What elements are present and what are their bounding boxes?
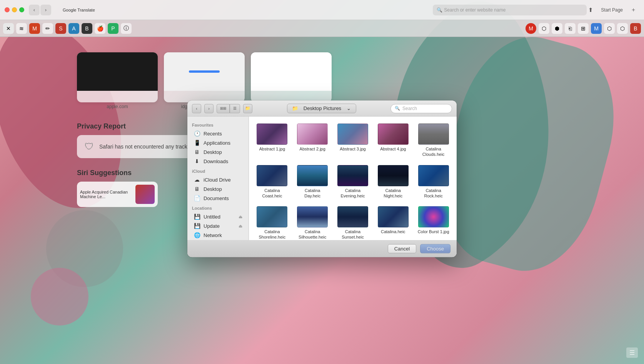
sidebar-label-desktop: Desktop	[204, 149, 222, 155]
sidebar-item-network[interactable]: 🌐 Network	[189, 230, 247, 240]
file-item-abstract4[interactable]: Abstract 4.jpg	[374, 121, 412, 160]
sidebar-item-applications[interactable]: 📱 Applications	[189, 138, 247, 147]
sidebar-item-icloud-desktop[interactable]: 🖥 Desktop	[189, 184, 247, 194]
update-disk-icon: 💾	[194, 223, 200, 229]
sidebar-label-untitled: Untitled	[204, 214, 220, 220]
file-item-abstract3[interactable]: Abstract 3.jpg	[334, 121, 372, 160]
file-name-catalina-coast: Catalina Coast.heic	[256, 188, 289, 199]
documents-icon: 📄	[194, 195, 200, 201]
sidebar-label-downloads: Downloads	[204, 159, 228, 164]
file-name-catalina-evening: Catalina Evening.heic	[337, 188, 369, 199]
file-thumbnail-catalina	[378, 207, 409, 228]
file-name-color-burst: Color Burst 1.jpg	[418, 229, 449, 235]
network-icon: 🌐	[194, 232, 200, 238]
desktop-icon: 🖥	[194, 149, 200, 155]
file-item-catalina-rock[interactable]: Catalina Rock.heic	[415, 163, 452, 201]
recents-icon: 🕐	[194, 130, 200, 137]
icloud-icon: ☁	[194, 177, 200, 183]
sidebar-section-favourites: Favourites	[187, 120, 249, 129]
file-thumbnail-color-burst	[418, 207, 449, 228]
dialog-forward-button[interactable]: ›	[204, 104, 214, 113]
file-name-catalina-night: Catalina Night.heic	[377, 188, 409, 199]
sidebar-section-locations: Locations	[187, 203, 249, 212]
file-item-catalina-shoreline[interactable]: Catalina Shoreline.heic	[254, 204, 291, 240]
file-name-catalina-day: Catalina Day.heic	[296, 188, 329, 199]
sidebar-label-icloud-desktop: Desktop	[204, 186, 222, 192]
file-name-catalina-shoreline: Catalina Shoreline.heic	[256, 229, 289, 240]
search-placeholder: Search	[402, 106, 417, 111]
dialog-back-button[interactable]: ‹	[192, 104, 201, 113]
file-item-catalina-night[interactable]: Catalina Night.heic	[374, 163, 412, 201]
sidebar-section-icloud: iCloud	[187, 166, 249, 175]
file-dialog: ‹ › ⊞⊞ ☰ 📁 📁 Desktop Pictures ⌄ 🔍 Search	[187, 100, 457, 257]
file-thumbnail-catalina-evening	[337, 165, 368, 186]
choose-button[interactable]: Choose	[420, 244, 450, 253]
file-name-catalina-rock: Catalina Rock.heic	[417, 188, 450, 199]
icon-view-button[interactable]: ⊞⊞	[217, 104, 230, 113]
dialog-file-area: Abstract 1.jpg Abstract 2.jpg Abstract 3…	[249, 117, 457, 240]
sidebar-label-icloud: iCloud Drive	[204, 177, 231, 183]
file-name-catalina: Catalina.heic	[381, 229, 405, 235]
file-thumbnail-catalina-sunset	[337, 207, 368, 228]
sidebar-label-network: Network	[204, 232, 222, 238]
file-name-abstract1: Abstract 1.jpg	[259, 146, 285, 152]
sidebar-item-desktop[interactable]: 🖥 Desktop	[189, 147, 247, 157]
list-view-button[interactable]: ☰	[230, 104, 240, 113]
downloads-icon: ⬇	[194, 158, 200, 164]
file-name-catalina-silhouette: Catalina Silhouette.heic	[296, 229, 329, 240]
file-item-catalina-coast[interactable]: Catalina Coast.heic	[254, 163, 291, 201]
sidebar-item-recents[interactable]: 🕐 Recents	[189, 129, 247, 138]
eject-untitled-icon[interactable]: ⏏	[239, 214, 242, 219]
dialog-location-area: 📁 Desktop Pictures ⌄	[255, 104, 387, 113]
file-name-catalina-sunset: Catalina Sunset.heic	[337, 229, 369, 240]
dialog-view-buttons: ⊞⊞ ☰	[217, 104, 240, 113]
cancel-button[interactable]: Cancel	[388, 244, 416, 253]
file-thumbnail-catalina-clouds	[418, 124, 449, 145]
file-item-catalina[interactable]: Catalina.heic	[374, 204, 412, 240]
sidebar-item-icloud-drive[interactable]: ☁ iCloud Drive	[189, 175, 247, 184]
file-thumbnail-catalina-day	[297, 165, 328, 186]
file-thumbnail-catalina-rock	[418, 165, 449, 186]
sidebar-label-recents: Recents	[204, 131, 222, 137]
dialog-toolbar: ‹ › ⊞⊞ ☰ 📁 📁 Desktop Pictures ⌄ 🔍 Search	[187, 100, 457, 117]
location-selector[interactable]: 📁 Desktop Pictures ⌄	[287, 104, 356, 113]
file-thumbnail-catalina-night	[378, 165, 409, 186]
eject-update-icon[interactable]: ⏏	[239, 224, 242, 229]
sidebar-label-applications: Applications	[204, 140, 230, 146]
file-thumbnail-catalina-silhouette	[297, 207, 328, 228]
file-thumbnail-abstract4	[378, 124, 409, 145]
file-name-abstract2: Abstract 2.jpg	[300, 146, 325, 152]
file-thumbnail-abstract1	[257, 124, 287, 145]
file-name-catalina-clouds: Catalina Clouds.heic	[417, 146, 450, 157]
file-item-catalina-silhouette[interactable]: Catalina Silhouette.heic	[294, 204, 331, 240]
file-thumbnail-catalina-coast	[257, 165, 287, 186]
file-item-catalina-sunset[interactable]: Catalina Sunset.heic	[334, 204, 372, 240]
file-item-color-burst[interactable]: Color Burst 1.jpg	[415, 204, 452, 240]
icloud-desktop-icon: 🖥	[194, 186, 200, 192]
dialog-search-field[interactable]: 🔍 Search	[390, 104, 452, 113]
sidebar-item-documents[interactable]: 📄 Documents	[189, 194, 247, 203]
location-icon: 📁	[292, 105, 298, 111]
file-thumbnail-catalina-shoreline	[257, 207, 287, 228]
sidebar-item-downloads[interactable]: ⬇ Downloads	[189, 157, 247, 166]
file-item-abstract2[interactable]: Abstract 2.jpg	[294, 121, 331, 160]
dialog-sidebar: Favourites 🕐 Recents 📱 Applications 🖥 De…	[187, 117, 249, 240]
file-item-catalina-evening[interactable]: Catalina Evening.heic	[334, 163, 372, 201]
file-name-abstract3: Abstract 3.jpg	[340, 146, 365, 152]
chevron-down-icon: ⌄	[347, 105, 351, 111]
dialog-body: Favourites 🕐 Recents 📱 Applications 🖥 De…	[187, 117, 457, 240]
file-thumbnail-abstract2	[297, 124, 328, 145]
dialog-overlay: ‹ › ⊞⊞ ☰ 📁 📁 Desktop Pictures ⌄ 🔍 Search	[0, 0, 644, 364]
location-label: Desktop Pictures	[304, 105, 341, 111]
sidebar-label-documents: Documents	[204, 195, 229, 201]
sidebar-label-update: Update	[204, 223, 220, 229]
file-item-abstract1[interactable]: Abstract 1.jpg	[254, 121, 291, 160]
new-folder-button[interactable]: 📁	[243, 104, 252, 113]
file-item-catalina-clouds[interactable]: Catalina Clouds.heic	[415, 121, 452, 160]
file-grid: Abstract 1.jpg Abstract 2.jpg Abstract 3…	[254, 121, 452, 240]
sidebar-item-update[interactable]: 💾 Update ⏏	[189, 221, 247, 230]
file-thumbnail-abstract3	[337, 124, 368, 145]
sidebar-item-untitled[interactable]: 💾 Untitled ⏏	[189, 212, 247, 221]
untitled-disk-icon: 💾	[194, 214, 200, 220]
file-item-catalina-day[interactable]: Catalina Day.heic	[294, 163, 331, 201]
